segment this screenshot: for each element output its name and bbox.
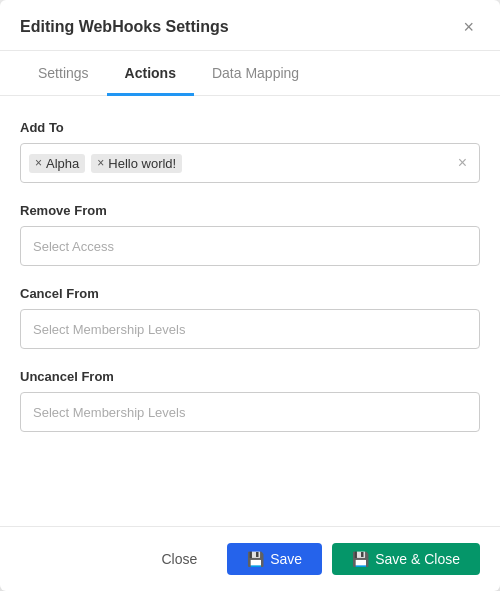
save-icon: 💾 [247,551,264,567]
cancel-from-select[interactable]: Select Membership Levels [20,309,480,349]
close-icon[interactable]: × [457,16,480,38]
tag-alpha-remove[interactable]: × [35,156,42,170]
modal-body: Add To × Alpha × Hello world! × Remove F… [0,96,500,526]
tag-hello-world-remove[interactable]: × [97,156,104,170]
modal-header: Editing WebHooks Settings × [0,0,500,51]
remove-from-select[interactable]: Select Access [20,226,480,266]
save-close-icon: 💾 [352,551,369,567]
uncancel-from-select[interactable]: Select Membership Levels [20,392,480,432]
tab-data-mapping[interactable]: Data Mapping [194,51,317,96]
uncancel-from-group: Uncancel From Select Membership Levels [20,369,480,432]
tag-hello-world: × Hello world! [91,154,182,173]
close-button[interactable]: Close [141,543,217,575]
modal-footer: Close 💾 Save 💾 Save & Close [0,526,500,591]
cancel-from-group: Cancel From Select Membership Levels [20,286,480,349]
save-close-button[interactable]: 💾 Save & Close [332,543,480,575]
uncancel-from-label: Uncancel From [20,369,480,384]
add-to-group: Add To × Alpha × Hello world! × [20,120,480,183]
tags-clear-icon[interactable]: × [454,154,471,172]
tag-alpha: × Alpha [29,154,85,173]
add-to-label: Add To [20,120,480,135]
tab-actions[interactable]: Actions [107,51,194,96]
modal: Editing WebHooks Settings × Settings Act… [0,0,500,591]
tabs: Settings Actions Data Mapping [0,51,500,96]
remove-from-label: Remove From [20,203,480,218]
modal-title: Editing WebHooks Settings [20,18,229,36]
save-button[interactable]: 💾 Save [227,543,322,575]
add-to-tags-input[interactable]: × Alpha × Hello world! × [20,143,480,183]
cancel-from-label: Cancel From [20,286,480,301]
tab-settings[interactable]: Settings [20,51,107,96]
remove-from-group: Remove From Select Access [20,203,480,266]
